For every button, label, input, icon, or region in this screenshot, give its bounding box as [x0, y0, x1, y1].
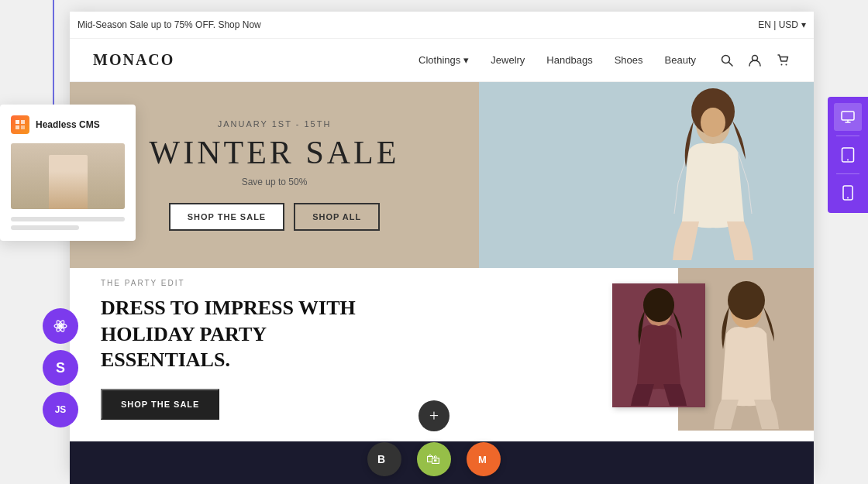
svelte-button[interactable]: S	[43, 350, 78, 386]
cms-content-lines	[11, 217, 125, 230]
js-button[interactable]: JS	[43, 392, 78, 427]
svg-point-18	[728, 281, 765, 320]
magento-icon[interactable]: M	[467, 442, 501, 476]
cms-title-label: Headless CMS	[36, 119, 100, 130]
hero-date: JANUARY 1ST - 15TH	[218, 119, 332, 129]
nav-jewelry[interactable]: Jewelry	[491, 54, 525, 66]
search-icon[interactable]	[719, 53, 735, 68]
svg-point-12	[786, 64, 787, 65]
svg-point-4	[59, 324, 63, 328]
nav-handbags[interactable]: Handbags	[546, 54, 592, 66]
mobile-view-button[interactable]	[834, 179, 862, 207]
desktop-view-button[interactable]	[834, 103, 862, 131]
party-shop-sale-button[interactable]: SHOP THE SALE	[101, 389, 219, 420]
svg-rect-0	[16, 120, 19, 124]
svg-point-26	[847, 160, 849, 161]
hero-buttons: SHOP THE SALE SHOP ALL	[169, 203, 380, 231]
cms-icon	[11, 115, 29, 134]
cms-preview-image	[11, 143, 125, 209]
party-content: THE PARTY EDIT DRESS TO IMPRESS WITH HOL…	[70, 268, 597, 431]
svg-text:B: B	[377, 453, 385, 465]
lang-selector[interactable]: EN | USD ▾	[758, 19, 806, 30]
nav-handbags-label: Handbags	[546, 54, 592, 66]
cms-figure	[49, 155, 88, 209]
chevron-down-icon: ▾	[801, 19, 806, 30]
announcement-bar: Mid-Season Sale up to 75% OFF. Shop Now …	[70, 12, 814, 39]
plus-button[interactable]: +	[418, 400, 450, 431]
nav-shoes[interactable]: Shoes	[615, 54, 643, 66]
right-preview-panel	[828, 97, 868, 213]
tech-stack-panel: S JS	[43, 308, 81, 427]
svg-rect-3	[21, 125, 25, 129]
nav-icons	[719, 53, 790, 68]
navigation: MONACO Clothings ▾ Jewelry Handbags Shoe…	[70, 39, 814, 82]
announcement-text: Mid-Season Sale up to 75% OFF. Shop Now	[78, 19, 261, 30]
platform-icons: B 🛍 M	[367, 442, 501, 476]
site-logo[interactable]: MONACO	[93, 51, 174, 69]
cart-icon[interactable]	[775, 53, 790, 68]
hero-banner: JANUARY 1ST - 15TH WINTER SALE Save up t…	[70, 82, 814, 268]
chevron-down-icon: ▾	[463, 54, 469, 66]
svg-rect-2	[16, 125, 19, 129]
hero-subtitle: Save up to 50%	[242, 177, 308, 187]
svg-rect-1	[21, 120, 25, 124]
account-icon[interactable]	[747, 53, 763, 68]
nav-clothings-label: Clothings	[418, 54, 460, 66]
svg-rect-22	[842, 112, 854, 120]
hero-image-area	[479, 82, 814, 268]
panel-divider-2	[836, 173, 859, 174]
tablet-view-button[interactable]	[834, 141, 862, 169]
nav-beauty-label: Beauty	[665, 54, 696, 66]
nav-shoes-label: Shoes	[615, 54, 643, 66]
hero-model-figure	[636, 82, 790, 268]
svg-point-11	[781, 64, 783, 65]
nav-beauty[interactable]: Beauty	[665, 54, 696, 66]
nav-clothings[interactable]: Clothings ▾	[418, 54, 469, 66]
cms-header: Headless CMS	[11, 115, 125, 134]
lang-text: EN | USD	[758, 19, 798, 30]
cms-line-1	[11, 217, 125, 221]
cms-panel: Headless CMS	[0, 105, 136, 241]
cms-line-2	[11, 225, 79, 230]
shop-all-button[interactable]: SHOP ALL	[294, 203, 380, 231]
panel-divider-1	[836, 136, 859, 136]
party-tag: THE PARTY EDIT	[101, 279, 566, 287]
bigcommerce-icon[interactable]: B	[367, 442, 401, 476]
svg-point-28	[847, 197, 849, 199]
svg-point-15	[701, 108, 725, 137]
svg-point-21	[643, 288, 674, 322]
nav-jewelry-label: Jewelry	[491, 54, 525, 66]
svg-line-9	[729, 62, 733, 66]
party-overlay-image	[612, 283, 705, 407]
svg-text:🛍: 🛍	[426, 451, 440, 467]
party-title: DRESS TO IMPRESS WITH HOLIDAY PARTY ESSE…	[101, 295, 372, 373]
shop-sale-button[interactable]: SHOP THE SALE	[169, 203, 284, 231]
svg-text:M: M	[478, 454, 487, 465]
hero-title: WINTER SALE	[150, 135, 400, 170]
party-images	[597, 268, 814, 431]
shopify-icon[interactable]: 🛍	[417, 442, 451, 476]
nav-links: Clothings ▾ Jewelry Handbags Shoes Beaut…	[418, 54, 696, 66]
react-button[interactable]	[43, 308, 78, 344]
